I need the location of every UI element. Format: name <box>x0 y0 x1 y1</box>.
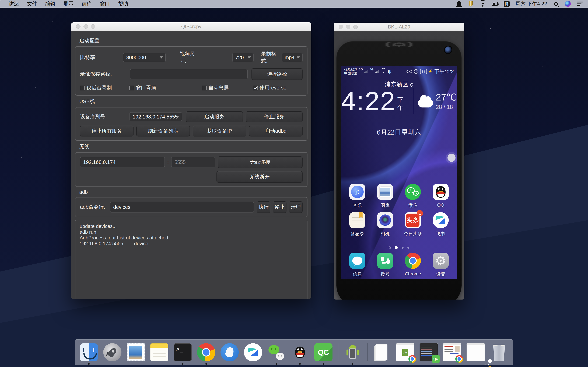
phone-screen[interactable]: 优酷移动 中国联通 3G 4G ψ 38 ⚡ 下午4:22 <box>341 67 457 279</box>
minimize-button[interactable] <box>346 25 350 29</box>
wechat-app-icon[interactable] <box>405 184 421 200</box>
get-device-ip-button[interactable]: 获取设备IP <box>193 126 246 136</box>
assistive-touch-ball[interactable] <box>448 154 456 162</box>
adb-kill-button[interactable]: 终止 <box>273 201 286 213</box>
stop-service-button[interactable]: 停止服务 <box>246 111 303 122</box>
minimized-window-icon[interactable] <box>467 343 485 361</box>
dock-minimized-qtcreator-window[interactable]: QC <box>420 341 438 364</box>
dock-notes[interactable] <box>150 341 168 364</box>
chrome-app-icon[interactable] <box>405 253 421 269</box>
phone-window-titlebar[interactable]: BKL-AL20 <box>334 23 464 31</box>
documents-stack-icon[interactable] <box>373 343 391 361</box>
dock-qtscrcpy[interactable] <box>344 341 362 364</box>
checkbox-icon[interactable] <box>202 86 207 90</box>
settings-app-icon[interactable]: ⚙ <box>432 253 449 269</box>
qq-app-icon[interactable] <box>432 184 449 200</box>
dialer-app-icon[interactable] <box>377 253 393 269</box>
page-dot[interactable] <box>407 247 409 249</box>
menu-go[interactable]: 前往 <box>82 0 92 7</box>
dock-minimized-chrome-window[interactable]: 坤 <box>396 341 415 364</box>
dock-documents-stack[interactable] <box>373 341 391 364</box>
checkbox-icon[interactable] <box>80 86 85 90</box>
app-qq[interactable]: QQ <box>428 184 453 209</box>
start-adbd-button[interactable]: 启动adbd <box>249 126 303 136</box>
trash-full-icon[interactable] <box>490 343 508 361</box>
terminal-icon[interactable]: >_ <box>173 343 192 361</box>
dock-wechat[interactable] <box>268 341 285 364</box>
page-dot-active[interactable] <box>395 246 398 249</box>
antivirus-shield-icon[interactable] <box>468 1 474 7</box>
qtcreator-icon[interactable]: QC <box>314 343 332 361</box>
gallery-app-icon[interactable] <box>377 184 393 200</box>
dock-seal-app[interactable] <box>221 341 239 364</box>
wireless-port-input[interactable]: 5555 <box>171 157 215 167</box>
adb-log-output[interactable]: update devices... adb run AdbProcess::ou… <box>75 220 307 299</box>
toutiao-app-icon[interactable]: 头条 1 <box>405 212 421 228</box>
zoom-button[interactable] <box>91 24 95 29</box>
page-dot[interactable] <box>402 247 404 249</box>
adb-run-button[interactable]: 执行 <box>257 201 270 213</box>
music-app-icon[interactable]: ♫ <box>349 184 365 200</box>
qtscrcpy-titlebar[interactable]: QtScrcpy <box>71 22 311 31</box>
menu-file[interactable]: 文件 <box>27 0 37 7</box>
chrome-icon[interactable] <box>197 343 215 361</box>
dock-launchpad[interactable] <box>103 341 121 364</box>
launchpad-icon[interactable] <box>103 343 121 361</box>
app-toutiao[interactable]: 头条 1 今日头条 <box>401 212 425 237</box>
minimize-button[interactable] <box>84 24 88 29</box>
checkbox-auto-screen-off[interactable]: 自动息屏 <box>202 84 229 92</box>
dock-qtcreator[interactable]: QC <box>314 341 332 364</box>
record-format-combobox[interactable]: mp4 <box>282 53 303 62</box>
page-dot[interactable] <box>389 246 391 249</box>
notes-icon[interactable] <box>150 343 168 361</box>
siri-icon[interactable] <box>565 1 571 7</box>
stop-all-services-button[interactable]: 停止所有服务 <box>80 126 134 136</box>
wireless-connect-button[interactable]: 无线连接 <box>218 156 303 168</box>
video-size-combobox[interactable]: 720 <box>232 53 254 62</box>
checkbox-icon[interactable] <box>129 86 134 90</box>
checkbox-window-on-top[interactable]: 窗口置顶 <box>129 84 156 92</box>
app-chrome[interactable]: Chrome <box>401 253 425 277</box>
dock-mail[interactable] <box>127 341 145 364</box>
wechat-icon[interactable] <box>268 343 285 361</box>
qq-icon[interactable] <box>291 343 309 361</box>
weather-widget[interactable]: 27℃ 28 / 18 <box>418 92 457 110</box>
app-dialer[interactable]: 拨号 <box>373 253 398 277</box>
wireless-ip-input[interactable]: 192.168.0.174 <box>80 157 165 167</box>
dock-trash[interactable] <box>490 341 508 364</box>
close-button[interactable] <box>339 25 343 29</box>
app-settings[interactable]: ⚙ 设置 <box>428 253 453 277</box>
dock-qq[interactable] <box>291 341 309 364</box>
record-path-input[interactable] <box>130 69 248 79</box>
seal-app-icon[interactable] <box>221 343 239 361</box>
dock-feishu[interactable] <box>244 341 262 364</box>
choose-path-button[interactable]: 选择路径 <box>251 68 303 80</box>
bitrate-combobox[interactable]: 8000000 <box>123 53 166 62</box>
android-robot-icon[interactable] <box>344 343 362 361</box>
app-notes[interactable]: 备忘录 <box>345 212 370 237</box>
checkbox-use-reverse[interactable]: 使用reverse <box>253 84 286 92</box>
refresh-device-list-button[interactable]: 刷新设备列表 <box>136 126 190 136</box>
menu-window[interactable]: 窗口 <box>100 0 110 7</box>
wireless-disconnect-button[interactable]: 无线断开 <box>216 171 303 183</box>
start-service-button[interactable]: 启动服务 <box>186 111 243 122</box>
clock-widget[interactable]: 4:22 下午 27℃ 28 / 18 <box>341 88 457 114</box>
spotlight-search-icon[interactable] <box>553 1 559 7</box>
dock-terminal[interactable]: >_ <box>173 341 192 364</box>
adb-clear-button[interactable]: 清理 <box>289 201 303 213</box>
menu-finder[interactable]: 访达 <box>9 0 19 7</box>
messages-app-icon[interactable] <box>349 253 365 269</box>
minimized-window-icon[interactable]: QC <box>420 343 438 361</box>
dock-finder[interactable] <box>80 341 98 364</box>
app-wechat[interactable]: 微信 <box>401 184 425 209</box>
wifi-icon[interactable] <box>480 1 486 7</box>
app-feishu[interactable]: 飞书 <box>428 212 453 237</box>
camera-app-icon[interactable] <box>377 212 393 228</box>
minimized-window-icon[interactable] <box>443 343 461 361</box>
app-messages[interactable]: 信息 <box>345 253 370 277</box>
notification-center-icon[interactable] <box>577 1 583 7</box>
checkbox-checked-icon[interactable] <box>253 86 258 90</box>
dock-minimized-qq-window[interactable] <box>467 341 485 364</box>
zoom-button[interactable] <box>353 25 358 29</box>
feishu-icon[interactable] <box>244 343 262 361</box>
